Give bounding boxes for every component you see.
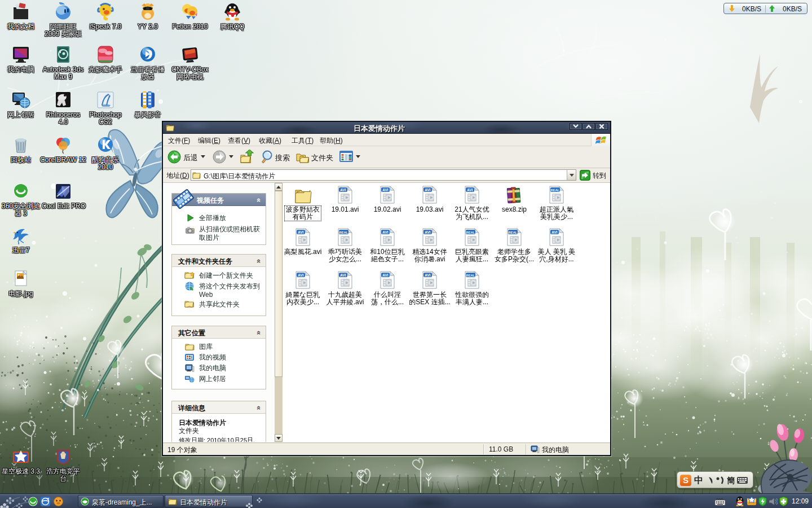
svg-text:AVI: AVI	[425, 273, 431, 277]
svg-text:AVI: AVI	[298, 273, 304, 277]
svg-text:REAL: REAL	[466, 231, 475, 234]
svg-text:REAL: REAL	[339, 231, 348, 234]
svg-text:AVI: AVI	[340, 188, 346, 192]
svg-text:AVI: AVI	[467, 188, 473, 192]
svg-text:REAL: REAL	[551, 189, 560, 192]
svg-text:AVI: AVI	[382, 273, 389, 277]
svg-text:AVI: AVI	[382, 188, 389, 192]
svg-text:AVI: AVI	[298, 230, 304, 234]
svg-text:AVI: AVI	[551, 230, 558, 234]
svg-text:AVI: AVI	[340, 273, 346, 277]
svg-text:AVI: AVI	[382, 230, 389, 234]
svg-text:REAL: REAL	[466, 274, 475, 277]
svg-text:AVI: AVI	[425, 188, 431, 192]
svg-text:REAL: REAL	[509, 231, 518, 234]
svg-text:AVI: AVI	[425, 230, 431, 234]
